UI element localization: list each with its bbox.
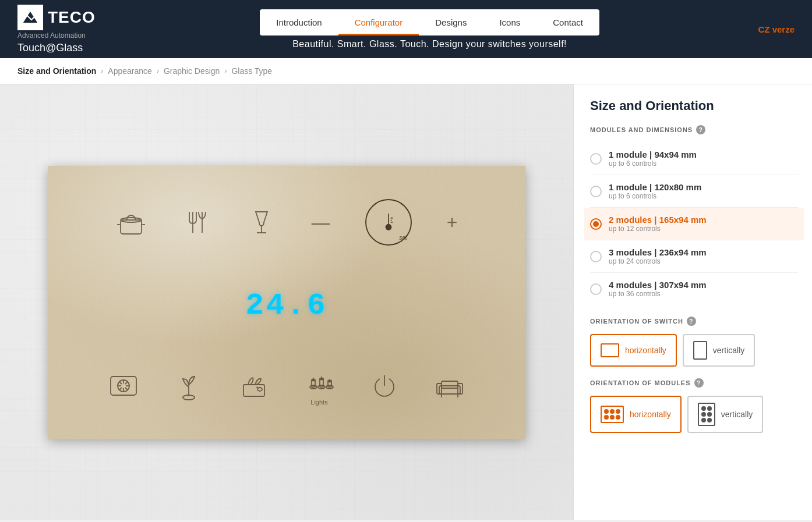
icon-plus[interactable]: + bbox=[447, 213, 458, 232]
module-sub-4: up to 36 controls bbox=[609, 290, 707, 298]
breadcrumb-sep-1: › bbox=[101, 67, 103, 75]
icon-dining bbox=[181, 207, 211, 237]
icon-lights: Lights bbox=[304, 366, 334, 406]
orientation-modules-section: ORIENTATION OF MODULES ? horizontally bbox=[590, 378, 798, 433]
nav-tab-configurator[interactable]: Configurator bbox=[338, 9, 419, 35]
svg-rect-16 bbox=[111, 377, 136, 395]
vertical-modules-icon bbox=[698, 403, 715, 426]
header: TECO Advanced Automation Touch@Glass Int… bbox=[0, 0, 812, 58]
tagline: Beautiful. Smart. Glass. Touch. Design y… bbox=[292, 39, 567, 49]
icon-thermostat: set bbox=[365, 199, 412, 246]
temperature-display: 24.6 bbox=[246, 289, 328, 323]
svg-rect-44 bbox=[439, 386, 460, 394]
breadcrumb-sep-2: › bbox=[157, 67, 159, 75]
icon-pot bbox=[116, 207, 146, 237]
glass-panel: — set + 24.6 bbox=[48, 166, 525, 439]
horizontal-modules-icon bbox=[601, 406, 624, 423]
module-label-3: 3 modules | 236x94 mm bbox=[609, 247, 707, 257]
orientation-modules-label: ORIENTATION OF MODULES ? bbox=[590, 378, 798, 388]
icons-row-top: — set + bbox=[71, 199, 502, 246]
orientation-switch-label: ORIENTATION OF SWITCH ? bbox=[590, 317, 798, 326]
icon-fan bbox=[108, 371, 139, 401]
module-option-4[interactable]: 4 modules | 307x94 mm up to 36 controls bbox=[590, 273, 798, 305]
radio-3[interactable] bbox=[590, 251, 602, 262]
modules-list: 1 module | 94x94 mm up to 6 controls 1 m… bbox=[590, 143, 798, 305]
module-sub-2: up to 12 controls bbox=[609, 225, 707, 233]
module-label-1: 1 module | 120x80 mm bbox=[609, 182, 701, 192]
logo-subtitle: Advanced Automation bbox=[17, 31, 96, 40]
nav-tab-contact[interactable]: Contact bbox=[536, 9, 599, 35]
svg-line-23 bbox=[125, 388, 128, 390]
module-sub-3: up to 24 controls bbox=[609, 257, 707, 265]
module-option-2[interactable]: 2 modules | 165x94 mm up to 12 controls bbox=[584, 208, 804, 240]
icons-row-bottom: Lights bbox=[71, 366, 502, 406]
logo-icon bbox=[17, 5, 43, 30]
breadcrumb-appearance[interactable]: Appearance bbox=[108, 66, 152, 76]
module-option-0[interactable]: 1 module | 94x94 mm up to 6 controls bbox=[590, 143, 798, 175]
switch-vertical-btn[interactable]: vertically bbox=[683, 334, 755, 367]
module-label-2: 2 modules | 165x94 mm bbox=[609, 215, 707, 225]
radio-1[interactable] bbox=[590, 186, 602, 197]
icon-aquarium bbox=[239, 371, 269, 401]
icon-sofa bbox=[435, 371, 465, 401]
icon-power[interactable] bbox=[369, 371, 400, 401]
modules-vertical-btn[interactable]: vertically bbox=[687, 396, 763, 433]
radio-2[interactable] bbox=[590, 218, 602, 230]
orientation-modules-buttons: horizontally vertically bbox=[590, 396, 798, 433]
breadcrumb: Size and Orientation › Appearance › Grap… bbox=[0, 58, 812, 84]
modules-help-icon[interactable]: ? bbox=[696, 125, 705, 134]
nav-tab-icons[interactable]: Icons bbox=[483, 9, 536, 35]
svg-rect-47 bbox=[442, 381, 458, 388]
breadcrumb-glass-type[interactable]: Glass Type bbox=[231, 66, 272, 76]
modules-label: MODULES AND DIMENSIONS ? bbox=[590, 125, 798, 134]
breadcrumb-size-orientation[interactable]: Size and Orientation bbox=[17, 66, 96, 76]
nav-area: Introduction Configurator Designs Icons … bbox=[119, 9, 741, 49]
svg-point-12 bbox=[386, 224, 391, 229]
vertical-switch-icon bbox=[693, 341, 707, 360]
icon-plant-tall bbox=[174, 371, 204, 401]
breadcrumb-sep-3: › bbox=[224, 67, 227, 75]
logo-brand: TECO bbox=[48, 8, 96, 27]
orientation-switch-buttons: horizontally vertically bbox=[590, 334, 798, 367]
nav-tab-introduction[interactable]: Introduction bbox=[260, 9, 338, 35]
module-label-4: 4 modules | 307x94 mm bbox=[609, 280, 707, 290]
icon-minus[interactable]: — bbox=[312, 213, 330, 232]
orientation-modules-help-icon[interactable]: ? bbox=[694, 378, 704, 388]
modules-horizontal-btn[interactable]: horizontally bbox=[590, 396, 682, 433]
radio-4[interactable] bbox=[590, 283, 602, 295]
svg-line-24 bbox=[125, 382, 128, 384]
module-sub-0: up to 6 controls bbox=[609, 159, 697, 168]
svg-line-22 bbox=[119, 382, 122, 384]
nav-tabs: Introduction Configurator Designs Icons … bbox=[260, 9, 599, 35]
switch-horizontal-btn[interactable]: horizontally bbox=[590, 334, 677, 367]
icon-wine bbox=[246, 207, 277, 237]
lights-label: Lights bbox=[310, 399, 327, 406]
svg-line-30 bbox=[256, 387, 259, 388]
svg-line-25 bbox=[119, 388, 122, 390]
orientation-switch-help-icon[interactable]: ? bbox=[687, 317, 696, 326]
horizontal-switch-icon bbox=[601, 343, 619, 357]
main-content: — set + 24.6 bbox=[0, 84, 812, 520]
module-option-3[interactable]: 3 modules | 236x94 mm up to 24 controls bbox=[590, 240, 798, 273]
panel-title: Size and Orientation bbox=[590, 98, 798, 113]
breadcrumb-graphic-design[interactable]: Graphic Design bbox=[164, 66, 220, 76]
module-label-0: 1 module | 94x94 mm bbox=[609, 150, 697, 159]
logo-product: Touch@Glass bbox=[17, 42, 96, 54]
module-option-1[interactable]: 1 module | 120x80 mm up to 6 controls bbox=[590, 175, 798, 208]
preview-area: — set + 24.6 bbox=[0, 84, 573, 520]
logo-area: TECO Advanced Automation Touch@Glass bbox=[17, 5, 96, 54]
radio-0[interactable] bbox=[590, 153, 602, 165]
right-panel: Size and Orientation MODULES AND DIMENSI… bbox=[573, 84, 812, 520]
orientation-switch-section: ORIENTATION OF SWITCH ? horizontally ver… bbox=[590, 317, 798, 367]
lang-switch[interactable]: CZ verze bbox=[758, 24, 795, 34]
module-sub-1: up to 6 controls bbox=[609, 192, 701, 200]
nav-tab-designs[interactable]: Designs bbox=[419, 9, 483, 35]
